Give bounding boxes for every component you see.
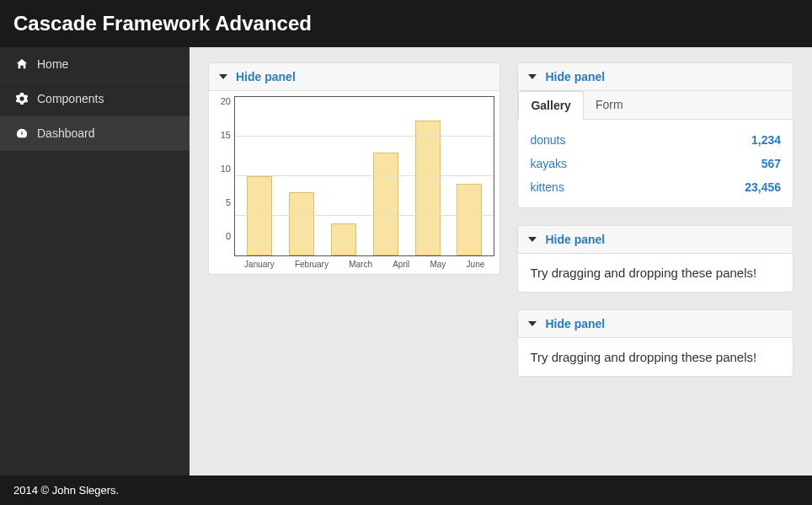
- panel-text: Try dragging and dropping these panels!: [518, 338, 793, 376]
- dashboard-icon: [15, 126, 29, 140]
- chart-x-label: June: [467, 260, 485, 269]
- chart-panel[interactable]: Hide panel 20151050 JanuaryFebruaryMarch…: [208, 62, 500, 275]
- caret-down-icon: [528, 237, 537, 242]
- sidebar-item-label: Components: [37, 92, 104, 105]
- panel-header[interactable]: Hide panel: [209, 63, 499, 91]
- tab-gallery[interactable]: Gallery: [518, 91, 583, 120]
- chart-bar: [289, 192, 314, 255]
- list-item-value: 23,456: [745, 180, 781, 194]
- tab-form[interactable]: Form: [584, 91, 635, 119]
- main-content: Hide panel 20151050 JanuaryFebruaryMarch…: [190, 47, 812, 480]
- sidebar-item-home[interactable]: Home: [0, 47, 190, 82]
- panel-text: Try dragging and dropping these panels!: [518, 254, 793, 292]
- footer-text: 2014 © John Slegers.: [13, 484, 119, 497]
- panel-header[interactable]: Hide panel: [518, 226, 793, 254]
- list-item[interactable]: kayaks 567: [530, 152, 781, 175]
- chart-x-label: February: [295, 260, 329, 269]
- chart-x-label: March: [349, 260, 372, 269]
- panel-header[interactable]: Hide panel: [518, 63, 793, 91]
- list-item[interactable]: kittens 23,456: [530, 175, 781, 199]
- chart-body: 20151050 JanuaryFebruaryMarchAprilMayJun…: [209, 91, 499, 274]
- sidebar-item-label: Home: [37, 57, 68, 71]
- panel-header[interactable]: Hide panel: [518, 310, 793, 338]
- caret-down-icon: [219, 74, 227, 79]
- list-item-name: donuts: [530, 133, 565, 147]
- chart-bar: [373, 153, 398, 255]
- sidebar: Home Components Dashboard: [0, 47, 190, 480]
- hide-panel-link[interactable]: Hide panel: [236, 70, 296, 83]
- chart-x-label: January: [244, 260, 275, 269]
- chart-bar: [415, 121, 441, 255]
- gallery-panel[interactable]: Hide panel Gallery Form donuts 1,234 kay…: [517, 62, 793, 208]
- chart-x-label: May: [430, 260, 446, 269]
- chart-x-axis: JanuaryFebruaryMarchAprilMayJune: [211, 256, 494, 269]
- list-item[interactable]: donuts 1,234: [530, 128, 781, 152]
- drag-panel-1[interactable]: Hide panel Try dragging and dropping the…: [517, 225, 793, 293]
- list-item-name: kayaks: [530, 157, 567, 170]
- sidebar-item-dashboard[interactable]: Dashboard: [0, 116, 190, 151]
- gallery-list: donuts 1,234 kayaks 567 kittens 23,456: [518, 120, 793, 207]
- chart-bar: [247, 176, 272, 255]
- app-title: Cascade Framework Advanced: [13, 12, 799, 35]
- caret-down-icon: [528, 321, 537, 326]
- home-icon: [15, 57, 29, 71]
- tabs: Gallery Form: [518, 91, 793, 120]
- caret-down-icon: [528, 74, 537, 79]
- hide-panel-link[interactable]: Hide panel: [545, 317, 605, 330]
- app-header: Cascade Framework Advanced: [0, 0, 812, 47]
- chart-plot: [234, 96, 494, 256]
- chart-y-axis: 20151050: [211, 96, 234, 256]
- chart-bar: [331, 223, 356, 255]
- chart-x-label: April: [393, 260, 409, 269]
- list-item-value: 567: [761, 157, 781, 170]
- list-item-name: kittens: [530, 180, 564, 194]
- list-item-value: 1,234: [751, 133, 781, 147]
- hide-panel-link[interactable]: Hide panel: [545, 70, 605, 83]
- footer: 2014 © John Slegers.: [0, 475, 812, 505]
- sidebar-item-components[interactable]: Components: [0, 82, 190, 116]
- chart-bar: [457, 184, 482, 255]
- gear-icon: [15, 92, 29, 105]
- sidebar-item-label: Dashboard: [37, 126, 95, 140]
- drag-panel-2[interactable]: Hide panel Try dragging and dropping the…: [517, 309, 793, 377]
- hide-panel-link[interactable]: Hide panel: [545, 233, 605, 246]
